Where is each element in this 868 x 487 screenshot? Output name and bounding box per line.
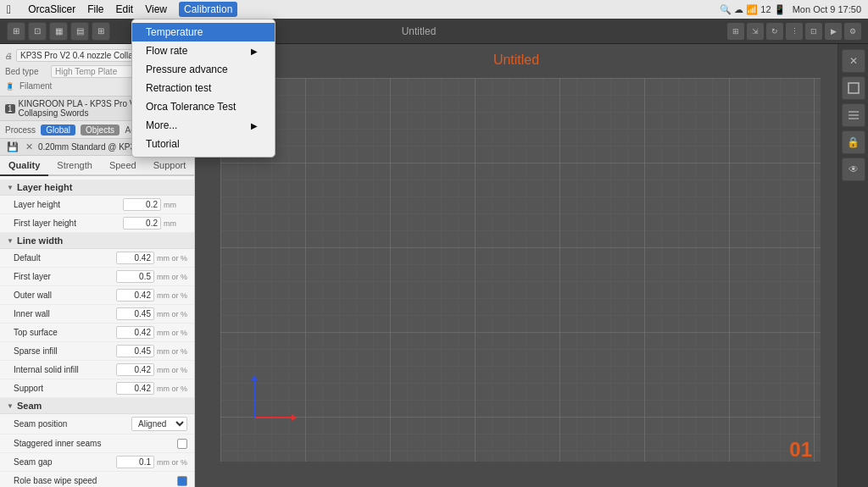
- input-first-layer-lw[interactable]: [116, 270, 154, 283]
- right-btn-layers[interactable]: [842, 103, 865, 127]
- setting-sparse-infill: Sparse infill mm or %: [0, 342, 194, 361]
- input-top-surface[interactable]: [116, 326, 154, 339]
- setting-staggered: Staggered inner seams: [0, 434, 194, 453]
- section-line-width[interactable]: ▼ Line width: [0, 233, 194, 249]
- menu-file[interactable]: File: [87, 3, 103, 15]
- tab-strength[interactable]: Strength: [48, 156, 101, 176]
- menu-calibration[interactable]: Calibration: [179, 2, 237, 17]
- setting-default-lw: Default mm or %: [0, 249, 194, 268]
- toolbar-icon-rotate[interactable]: ↻: [766, 23, 783, 40]
- tab-support[interactable]: Support: [145, 156, 195, 176]
- menubar-right: 🔍 ☁ 📶 12 📱 Mon Oct 9 17:50: [720, 4, 861, 15]
- section-title-layer: Layer height: [17, 182, 72, 192]
- section-layer-height[interactable]: ▼ Layer height: [0, 180, 194, 196]
- toolbar-icon-support[interactable]: ⋮: [786, 23, 803, 40]
- setting-support-lw: Support mm or %: [0, 379, 194, 398]
- setting-internal-solid: Internal solid infill mm or %: [0, 361, 194, 379]
- toolbar-btn-4[interactable]: ▤: [70, 22, 89, 41]
- calibration-dropdown: Temperature Flow rate ▶ Pressure advance…: [131, 19, 275, 158]
- right-btn-frame[interactable]: [842, 76, 865, 100]
- svg-marker-5: [292, 414, 297, 421]
- unit-layer-height: mm: [164, 201, 187, 209]
- unit-first-layer: mm: [164, 219, 187, 228]
- menu-edit[interactable]: Edit: [115, 3, 133, 15]
- toolbar-icon-settings[interactable]: ⚙: [844, 23, 861, 40]
- setting-name-first-layer: First layer height: [14, 219, 123, 228]
- section-icon-seam: ▼: [7, 402, 14, 410]
- tab-objects[interactable]: Objects: [81, 125, 120, 136]
- input-first-layer-height[interactable]: [123, 217, 161, 230]
- name-seam-position: Seam position: [14, 419, 131, 429]
- chevron-right-icon-2: ▶: [251, 121, 258, 130]
- dropdown-pressure-advance[interactable]: Pressure advance: [132, 60, 275, 79]
- toolbar-btn-3[interactable]: ▦: [49, 22, 68, 41]
- unit-first-layer-lw: mm or %: [157, 273, 187, 281]
- printer-icon: 🖨: [5, 52, 13, 60]
- filament-label: Filament: [19, 81, 62, 91]
- name-staggered: Staggered inner seams: [14, 439, 177, 448]
- input-sparse-infill[interactable]: [116, 345, 154, 357]
- viewport-title: Untitled: [493, 53, 539, 68]
- menu-view[interactable]: View: [145, 3, 167, 15]
- input-internal-solid[interactable]: [116, 363, 154, 376]
- setting-first-layer-height: First layer height mm: [0, 214, 194, 233]
- dropdown-temperature[interactable]: Temperature: [132, 23, 275, 42]
- setting-top-surface: Top surface mm or %: [0, 324, 194, 342]
- dropdown-more[interactable]: More... ▶: [132, 116, 275, 135]
- viewport[interactable]: Untitled: [195, 44, 837, 487]
- unit-sparse-infill: mm or %: [157, 347, 187, 356]
- input-support-lw[interactable]: [116, 382, 154, 395]
- menubar-icons: 🔍 ☁ 📶 12 📱: [720, 4, 785, 15]
- dropdown-orca-tolerance[interactable]: Orca Tolerance Test: [132, 97, 275, 116]
- menubar:  OrcaSlicer File Edit View Calibration …: [0, 0, 868, 19]
- input-seam-gap[interactable]: [116, 456, 154, 468]
- checkbox-staggered[interactable]: [177, 439, 187, 449]
- toolbar-btn-1[interactable]: ⊞: [7, 22, 25, 41]
- preset-save-icon[interactable]: 💾: [5, 141, 20, 152]
- tab-global[interactable]: Global: [41, 125, 75, 136]
- menu-orcaslicer[interactable]: OrcaSlicer: [28, 3, 75, 15]
- section-title-line: Line width: [17, 235, 63, 246]
- axes-svg: [246, 367, 314, 434]
- toolbar-btn-2[interactable]: ⊡: [28, 22, 47, 41]
- apple-menu[interactable]: : [7, 3, 11, 16]
- input-layer-height[interactable]: [123, 198, 161, 211]
- name-inner-wall: Inner wall: [14, 309, 116, 318]
- checkbox-role-base-wipe[interactable]: [177, 476, 187, 486]
- unit-seam-gap: mm or %: [157, 458, 187, 467]
- setting-seam-position: Seam position Aligned Nearest Random: [0, 414, 194, 434]
- right-btn-lock[interactable]: 🔒: [842, 130, 865, 154]
- toolbar-btn-5[interactable]: ⊞: [92, 22, 110, 41]
- input-outer-wall[interactable]: [116, 289, 154, 302]
- preset-close-icon[interactable]: ✕: [24, 141, 35, 152]
- unit-internal-solid: mm or %: [157, 366, 187, 374]
- tab-speed[interactable]: Speed: [101, 156, 145, 176]
- toolbar-icon-arrange[interactable]: ⊞: [727, 23, 744, 40]
- setting-role-base-wipe: Role base wipe speed: [0, 472, 194, 487]
- dropdown-tutorial[interactable]: Tutorial: [132, 135, 275, 153]
- tab-quality[interactable]: Quality: [0, 156, 48, 176]
- setting-outer-wall: Outer wall mm or %: [0, 286, 194, 305]
- right-btn-close[interactable]: ✕: [842, 49, 865, 73]
- unit-support-lw: mm or %: [157, 385, 187, 393]
- toolbar-icon-preview[interactable]: ▶: [825, 23, 842, 40]
- settings-tabs: Quality Strength Speed Support Others: [0, 156, 194, 176]
- select-seam-position[interactable]: Aligned Nearest Random: [131, 417, 187, 431]
- toolbar-left-icons: ⊞ ⊡ ▦ ▤ ⊞: [7, 22, 110, 41]
- dropdown-retraction-test[interactable]: Retraction test: [132, 79, 275, 97]
- section-seam[interactable]: ▼ Seam: [0, 398, 194, 414]
- right-btn-eye[interactable]: 👁: [842, 158, 865, 181]
- section-title-seam: Seam: [17, 401, 42, 411]
- name-first-layer-lw: First layer: [14, 272, 116, 281]
- input-default-lw[interactable]: [116, 252, 154, 264]
- dropdown-flow-rate[interactable]: Flow rate ▶: [132, 42, 275, 60]
- toolbar-right-icons: ⊞ ⇲ ↻ ⋮ ⊡ ▶ ⚙: [727, 23, 861, 40]
- toolbar-icon-slice[interactable]: ⊡: [805, 23, 822, 40]
- process-label: Process: [5, 125, 36, 135]
- svg-marker-7: [251, 375, 258, 380]
- bed-label: Bed type: [5, 67, 47, 76]
- input-inner-wall[interactable]: [116, 307, 154, 320]
- name-role-base-wipe: Role base wipe speed: [14, 476, 177, 485]
- toolbar-icon-scale[interactable]: ⇲: [747, 23, 764, 40]
- main-area: 🖨 KP3S Pro V2 0.4 nozzle Collapsing S Be…: [0, 44, 868, 487]
